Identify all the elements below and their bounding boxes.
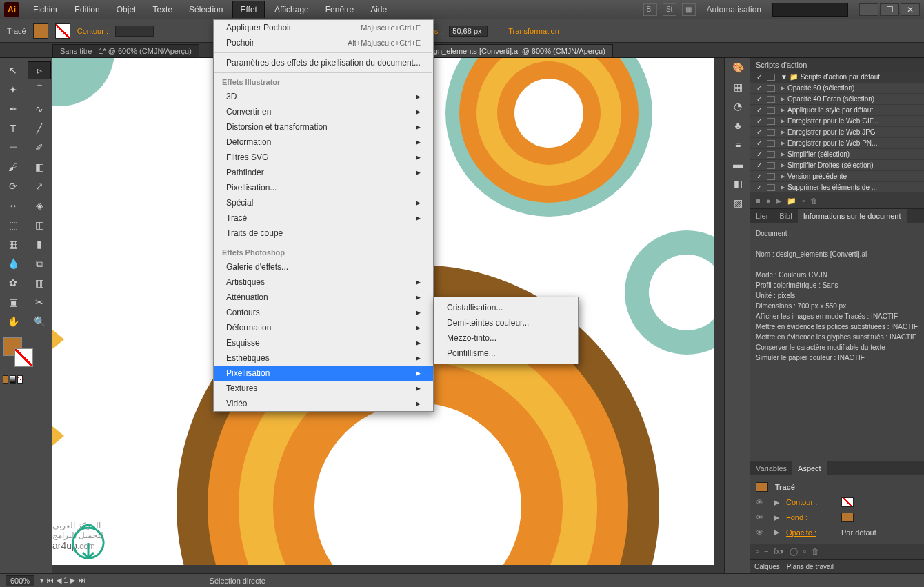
- aspect-row[interactable]: 👁▶Opacité :Par défaut: [754, 525, 920, 539]
- paintbrush-tool[interactable]: ✐: [28, 139, 51, 157]
- workspace-switcher[interactable]: Automatisation: [701, 2, 767, 17]
- scale-tool[interactable]: ⤢: [28, 177, 51, 195]
- angles-input[interactable]: [449, 26, 488, 37]
- action-item[interactable]: ✓▶Enregistrer pour le Web PN...: [750, 138, 924, 149]
- gradient-panel-icon[interactable]: ◧: [726, 175, 750, 192]
- menu-objet[interactable]: Objet: [110, 1, 143, 18]
- shape-builder-tool[interactable]: ⬚: [1, 216, 25, 234]
- menu-item[interactable]: Convertir en▶: [214, 104, 433, 119]
- symbol-sprayer-tool[interactable]: ✿: [1, 274, 25, 292]
- line-tool[interactable]: ╱: [28, 119, 51, 137]
- menu-item[interactable]: Esquisse▶: [214, 335, 433, 350]
- curvature-tool[interactable]: ∿: [28, 100, 51, 118]
- stroke-panel-icon[interactable]: ▬: [726, 155, 750, 173]
- action-item[interactable]: ✓▶Opacité 40 Ecran (sélection): [750, 94, 924, 105]
- menu-item[interactable]: Distorsion et transformation▶: [214, 119, 433, 135]
- minimize-button[interactable]: —: [859, 3, 878, 16]
- document-tab[interactable]: sign_elements [Converti].ai @ 600% (CMJN…: [421, 44, 613, 57]
- menu-item[interactable]: Déformation▶: [214, 135, 433, 150]
- submenu-item[interactable]: Cristallisation...: [434, 300, 578, 315]
- menu-item[interactable]: Pathfinder▶: [214, 165, 433, 180]
- docinfo-tab[interactable]: Informations sur le document: [798, 209, 907, 223]
- action-item[interactable]: ✓▶Version précédente: [750, 171, 924, 182]
- blend-tool[interactable]: ⧉: [28, 255, 51, 272]
- menu-item[interactable]: Pixellisation▶: [214, 366, 433, 381]
- menu-item[interactable]: Esthétiques▶: [214, 350, 433, 366]
- menu-fenêtre[interactable]: Fenêtre: [319, 1, 361, 18]
- plans-tab[interactable]: Plans de travail: [787, 563, 834, 570]
- menu-item[interactable]: Spécial▶: [214, 195, 433, 210]
- gradient-tool[interactable]: ▮: [28, 235, 51, 253]
- record-icon[interactable]: ●: [766, 197, 771, 205]
- menu-item[interactable]: Textures▶: [214, 381, 433, 396]
- selection-tool[interactable]: ↖: [1, 61, 25, 79]
- direct-selection-tool[interactable]: ▹: [28, 61, 51, 79]
- brushes-panel-icon[interactable]: ≡: [726, 136, 750, 154]
- menu-item[interactable]: 3D▶: [214, 89, 433, 104]
- bibl-tab[interactable]: Bibl: [774, 209, 797, 223]
- hand-tool[interactable]: ✋: [1, 312, 25, 330]
- action-item[interactable]: ✓▶Enregistrer pour le Web JPG: [750, 127, 924, 138]
- menu-item[interactable]: Paramètres des effets de pixellisation d…: [214, 55, 433, 70]
- action-item[interactable]: ✓▶Opacité 60 (sélection): [750, 83, 924, 94]
- document-tab[interactable]: Sans titre - 1* @ 600% (CMJN/Aperçu): [52, 44, 199, 57]
- stop-icon[interactable]: ■: [756, 197, 761, 205]
- rotate-tool[interactable]: ⟳: [1, 177, 25, 195]
- perspective-tool[interactable]: ◫: [28, 216, 51, 234]
- lier-tab[interactable]: Lier: [750, 209, 774, 223]
- menu-effet[interactable]: Effet: [232, 1, 264, 18]
- new-folder-icon[interactable]: 📁: [787, 197, 796, 206]
- menu-sélection[interactable]: Sélection: [182, 1, 230, 18]
- menu-texte[interactable]: Texte: [145, 1, 179, 18]
- menu-item[interactable]: Filtres SVG▶: [214, 150, 433, 165]
- zoom-tool[interactable]: 🔍: [28, 312, 51, 330]
- new-action-icon[interactable]: ▫: [802, 197, 805, 205]
- action-item[interactable]: ✓▶Supprimer les éléments de ...: [750, 182, 924, 193]
- slice-tool[interactable]: ✂: [28, 293, 51, 311]
- brush-tool[interactable]: 🖌: [1, 158, 25, 176]
- mesh-tool[interactable]: ▦: [1, 235, 25, 253]
- aspect-row[interactable]: 👁▶Contour :: [754, 495, 920, 510]
- arrange-icon[interactable]: ▦: [682, 3, 696, 16]
- action-item[interactable]: ✓▶Enregistrer pour le Web GIF...: [750, 116, 924, 127]
- submenu-item[interactable]: Pointillisme...: [434, 346, 578, 361]
- menu-edition[interactable]: Edition: [68, 1, 107, 18]
- menu-item[interactable]: Appliquer PochoirMajuscule+Ctrl+E: [214, 20, 433, 35]
- layout-icon[interactable]: Br: [643, 3, 657, 16]
- maximize-button[interactable]: ☐: [880, 3, 899, 16]
- type-tool[interactable]: T: [1, 119, 25, 137]
- zoom-level[interactable]: 600%: [6, 575, 34, 586]
- menu-item[interactable]: Tracé▶: [214, 210, 433, 226]
- width-tool[interactable]: ↔: [1, 197, 25, 215]
- action-folder[interactable]: ✓▼ 📁Scripts d'action par défaut: [750, 72, 924, 83]
- menu-aide[interactable]: Aide: [363, 1, 394, 18]
- calques-tab[interactable]: Calques: [754, 563, 780, 570]
- search-input[interactable]: [772, 3, 848, 17]
- magic-wand-tool[interactable]: ✦: [1, 81, 25, 99]
- color-panel-icon[interactable]: 🎨: [726, 59, 750, 77]
- free-transform-tool[interactable]: ◈: [28, 197, 51, 215]
- variables-tab[interactable]: Variables: [750, 461, 792, 475]
- action-item[interactable]: ✓▶Simplifier Droites (sélection): [750, 160, 924, 171]
- menu-item[interactable]: Traits de coupe: [214, 226, 433, 241]
- lasso-tool[interactable]: ⌒: [28, 81, 51, 99]
- menu-item[interactable]: Artistiques▶: [214, 275, 433, 290]
- eraser-tool[interactable]: ◧: [28, 158, 51, 176]
- menu-item[interactable]: PochoirAlt+Majuscule+Ctrl+E: [214, 35, 433, 50]
- trash-icon[interactable]: 🗑: [810, 197, 818, 205]
- symbols-panel-icon[interactable]: ♣: [726, 117, 750, 135]
- artboard-tool[interactable]: ▣: [1, 293, 25, 311]
- color-guide-icon[interactable]: ◔: [726, 97, 750, 115]
- transform-label[interactable]: Transformation: [508, 27, 559, 35]
- menu-item[interactable]: Vidéo▶: [214, 396, 433, 411]
- transparency-panel-icon[interactable]: ▨: [726, 194, 750, 212]
- stroke-swatch[interactable]: [55, 23, 70, 39]
- fill-stroke-control[interactable]: [3, 337, 33, 367]
- submenu-item[interactable]: Mezzo-tinto...: [434, 330, 578, 346]
- menu-item[interactable]: Déformation▶: [214, 320, 433, 335]
- menu-affichage[interactable]: Affichage: [268, 1, 316, 18]
- column-graph-tool[interactable]: ▥: [28, 274, 51, 292]
- play-icon[interactable]: ▶: [776, 197, 781, 206]
- submenu-item[interactable]: Demi-teintes couleur...: [434, 315, 578, 330]
- menu-fichier[interactable]: Fichier: [26, 1, 65, 18]
